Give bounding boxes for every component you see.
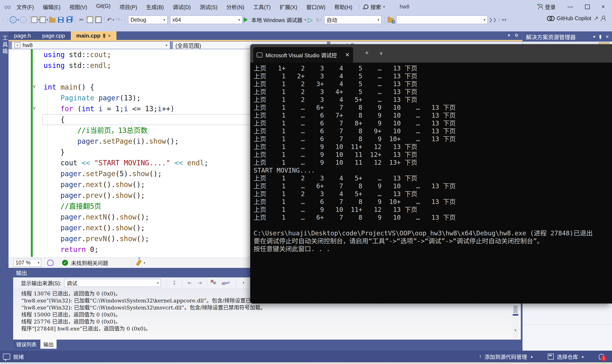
word-wrap-icon[interactable]: ab↵ xyxy=(222,280,230,286)
start-debug-button[interactable]: 本地 Windows 调试器 ▾ xyxy=(244,15,306,25)
close-tab-icon[interactable]: × xyxy=(108,32,111,39)
code-line-18[interactable]: pager.prevN().show(); xyxy=(43,233,208,244)
menu-item[interactable]: Git(G) xyxy=(96,3,111,11)
code-line-14[interactable]: pager.prev().show(); xyxy=(43,190,208,201)
code-line-1[interactable]: using std::cout; xyxy=(43,49,208,60)
restore-button[interactable] xyxy=(585,4,590,9)
auto-attach-combo[interactable]: 自动▾ xyxy=(324,15,382,24)
console-body[interactable]: 上页 1+ 2 3 4 5 … 13 下页上页 1 2+ 3 4 5 … 13 … xyxy=(250,63,612,303)
code-line-5[interactable]: Paginate pager(13); xyxy=(43,92,208,103)
tab-page.h[interactable]: page.h xyxy=(9,31,37,40)
share-icon[interactable]: ↗ xyxy=(594,15,598,22)
save-all-button[interactable] xyxy=(65,15,73,25)
code-line-10[interactable]: } xyxy=(43,147,208,157)
console-tab[interactable]: ›_ Microsoft Visual Studio 调试控 ✕ xyxy=(253,47,353,63)
console-dropdown-icon[interactable]: ∨ xyxy=(379,51,383,56)
code-cleanup-chevron[interactable]: ▾ xyxy=(144,261,145,264)
code-line-19[interactable]: return 0; xyxy=(43,244,208,255)
new-file-button[interactable]: ▾ xyxy=(40,15,48,25)
search-combo[interactable]: ▾ xyxy=(396,15,488,24)
save-button[interactable] xyxy=(56,15,65,25)
menu-item[interactable]: 分析(N) xyxy=(226,3,244,11)
close-button[interactable]: × xyxy=(602,3,605,10)
timestamp-icon[interactable]: ◔ xyxy=(241,280,245,286)
fold-collapse-icon[interactable]: ∨ xyxy=(32,105,36,111)
code-line-2[interactable]: using std::endl; xyxy=(43,60,208,71)
console-title-bar[interactable]: ›_ Microsoft Visual Studio 调试控 ✕ + ∨ xyxy=(250,44,612,63)
hot-reload-button[interactable]: ▾ xyxy=(314,15,323,25)
person-slash-icon[interactable] xyxy=(601,16,606,21)
code-line-4[interactable]: int main() { xyxy=(43,82,208,92)
cut-button[interactable]: ✂ xyxy=(77,15,86,25)
code-line-8[interactable]: //i当前页，13总页数 xyxy=(43,125,208,136)
output-source-combo[interactable]: 调试 ▾ xyxy=(64,279,161,287)
menu-item[interactable]: 编辑(E) xyxy=(43,3,60,11)
code-line-13[interactable]: pager.next().show(); xyxy=(43,179,208,190)
code-line-9[interactable]: pager.setPage(i).show(); xyxy=(43,136,208,147)
code-line-11[interactable]: cout << "START MOVING...." << endl; xyxy=(43,157,208,168)
scroll-down-icon[interactable]: ▼ xyxy=(514,328,517,332)
minimize-button[interactable]: — xyxy=(568,3,573,10)
code-line-6[interactable]: for (int i = 1;i <= 13;i++) xyxy=(43,103,208,114)
redo-button[interactable]: ↷▾ xyxy=(115,15,123,25)
goto-message-icon[interactable]: ↧ xyxy=(172,280,176,286)
code-line-16[interactable]: pager.nextN().show(); xyxy=(43,212,208,222)
doc-list-chevron-icon[interactable]: ▾ xyxy=(508,33,510,38)
feedback-bubble-icon[interactable] xyxy=(3,354,10,360)
clear-all-icon[interactable]: ✕≡ xyxy=(213,280,216,286)
panel-chevron-icon[interactable]: ▾ xyxy=(593,34,595,39)
find-in-files-button[interactable] xyxy=(387,15,395,25)
menu-item[interactable]: 工具(T) xyxy=(253,3,271,11)
new-console-tab-icon[interactable]: + xyxy=(365,49,369,56)
pin-icon[interactable] xyxy=(103,34,105,38)
menu-item[interactable]: 调试(D) xyxy=(173,3,191,11)
copy-button[interactable] xyxy=(86,15,94,25)
fold-collapse-icon[interactable]: ∨ xyxy=(32,84,36,89)
select-repository-button[interactable]: 选择仓库 xyxy=(557,353,578,360)
menu-item[interactable]: 窗口(W) xyxy=(306,3,325,11)
add-source-control-button[interactable]: 添加到源代码管理 xyxy=(485,353,527,360)
zoom-combo[interactable]: 107 % ▾ xyxy=(14,259,41,267)
code-line-3[interactable] xyxy=(43,71,208,82)
next-message-icon[interactable]: ⇥ xyxy=(198,280,202,286)
project-dropdown[interactable]: + hw8 ▾ xyxy=(12,41,170,49)
pin-icon[interactable] xyxy=(599,35,601,39)
scrollbar-thumb[interactable] xyxy=(513,306,518,313)
undo-button[interactable]: ↶▾ xyxy=(106,15,115,25)
tab-output[interactable]: 输出 xyxy=(40,339,56,349)
code-line-15[interactable]: //直接翻5页 xyxy=(43,201,208,212)
feedback-icon[interactable] xyxy=(47,260,54,266)
drag-handle[interactable]: ⋮⋮ xyxy=(1,15,10,25)
paste-button[interactable] xyxy=(94,15,103,25)
prev-message-icon[interactable]: ⇤ xyxy=(188,280,192,286)
panel-close-icon[interactable]: ✕ xyxy=(605,34,609,39)
solution-configuration-combo[interactable]: Debug▾ xyxy=(128,15,167,24)
notifications-bell-icon[interactable]: 1 xyxy=(599,354,604,359)
copilot-label[interactable]: GitHub Copilot xyxy=(557,15,591,21)
navigate-forward-button[interactable]: → xyxy=(19,15,28,25)
column-guides-icon[interactable]: ❯❯ ⁞ ▾▾ xyxy=(489,15,507,25)
tab-page.cpp[interactable]: page.cpp xyxy=(37,31,71,40)
menu-item[interactable]: 生成(B) xyxy=(146,3,164,11)
open-file-button[interactable] xyxy=(48,15,56,25)
navigate-back-button[interactable]: ←▾ xyxy=(10,15,19,25)
code-line-12[interactable]: pager.setPage(5).show(); xyxy=(43,168,208,179)
menu-item[interactable]: 帮助(H) xyxy=(334,3,352,11)
menu-item[interactable]: 文件(F) xyxy=(16,3,34,11)
code-line-7[interactable]: { xyxy=(43,114,208,125)
sign-in-button[interactable]: + 登录 xyxy=(538,3,556,11)
menu-item[interactable]: 扩展(X) xyxy=(279,3,297,11)
menu-item[interactable]: 项目(P) xyxy=(119,3,137,11)
menu-item[interactable]: 视图(V) xyxy=(70,3,87,11)
solution-platform-combo[interactable]: x64▾ xyxy=(170,15,242,24)
console-tab-close-icon[interactable]: ✕ xyxy=(345,52,350,58)
menu-item[interactable]: 测试(S) xyxy=(200,3,217,11)
search-button[interactable]: 搜索 ▾ xyxy=(364,3,385,11)
gear-icon[interactable]: ⚙ xyxy=(515,33,518,38)
tab-main.cpp[interactable]: main.cpp× xyxy=(71,31,117,40)
toolbox-tab[interactable]: 工具箱 xyxy=(0,34,9,55)
code-line-17[interactable]: pager.next().show(); xyxy=(43,222,208,233)
start-without-debug-button[interactable]: ▷ xyxy=(306,15,314,25)
tab-error-list[interactable]: 错误列表 xyxy=(13,339,40,349)
code-cleanup-icon[interactable] xyxy=(136,259,142,266)
